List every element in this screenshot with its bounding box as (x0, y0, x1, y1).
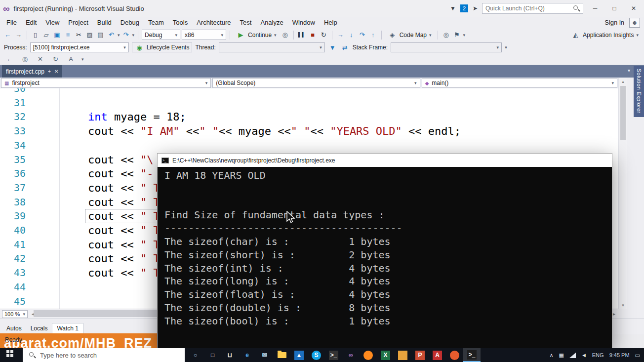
menu-build[interactable]: Build (93, 17, 116, 28)
step-over-icon[interactable]: ↷ (358, 32, 367, 38)
swap-threads-icon[interactable]: ⇄ (340, 44, 350, 51)
firefox-icon[interactable] (360, 348, 377, 362)
undo-icon[interactable]: ↶ (107, 32, 116, 38)
stop-icon[interactable]: ■ (308, 32, 318, 38)
menu-file[interactable]: File (2, 17, 21, 28)
store-icon[interactable]: ⊔ (221, 348, 239, 362)
menu-project[interactable]: Project (64, 17, 92, 28)
tab-firstproject-cpp[interactable]: firstproject.cpp + ✕ (2, 65, 62, 78)
menu-edit[interactable]: Edit (21, 17, 41, 28)
restore-button[interactable]: □ (607, 2, 622, 14)
close-small-icon[interactable]: ✕ (36, 56, 45, 62)
photos-icon[interactable]: ▲ (290, 348, 308, 362)
thread-combo[interactable]: ▾ (219, 42, 325, 52)
menu-tools[interactable]: Tools (168, 17, 192, 28)
save-all-icon[interactable]: ≡ (63, 32, 73, 38)
code-map-button[interactable]: ◈ Code Map ▾ (385, 30, 434, 40)
mail-icon[interactable]: ✉ (256, 348, 273, 362)
taskbar-search-box[interactable]: Type here to search (23, 348, 185, 362)
redo-dropdown-icon[interactable]: ▾ (132, 33, 135, 38)
copy-icon[interactable]: ▨ (85, 32, 94, 38)
menu-help[interactable]: Help (320, 17, 342, 28)
notification-badge[interactable]: 2 (460, 4, 468, 12)
refresh-icon[interactable]: ↻ (51, 56, 60, 62)
menu-team[interactable]: Team (144, 17, 168, 28)
menu-window[interactable]: Window (288, 17, 320, 28)
application-insights-button[interactable]: ◭ Application Insights ▾ (568, 30, 641, 40)
solution-platform-combo[interactable]: x86 ▾ (182, 30, 226, 40)
menu-debug[interactable]: Debug (116, 17, 144, 28)
task-view-icon[interactable]: □ (204, 348, 221, 362)
toolbar-overflow-icon[interactable]: ▾ (81, 57, 84, 62)
redo-icon[interactable]: ↷ (121, 32, 131, 38)
project-dropdown[interactable]: ▦ firstproject ▾ (1, 78, 211, 88)
terminal-icon[interactable]: >_ (325, 348, 342, 362)
cut-icon[interactable]: ✂ (74, 32, 83, 38)
snapshot-icon[interactable]: ◎ (281, 32, 290, 38)
stack-frame-combo[interactable]: ▾ (391, 42, 502, 52)
sign-in-link[interactable]: Sign in (604, 19, 629, 26)
diagnostics-icon[interactable]: ◎ (442, 32, 451, 38)
file-explorer-icon[interactable] (273, 348, 290, 362)
new-file-icon[interactable]: ▯ (31, 32, 40, 38)
cortana-icon[interactable]: ○ (187, 348, 204, 362)
console-app-icon[interactable]: >_ (463, 348, 481, 362)
clock[interactable]: 9:45 PM (609, 352, 630, 358)
touch-keyboard-icon[interactable]: ▦ (559, 352, 564, 359)
funnel-icon[interactable]: ▼ (450, 5, 456, 12)
volume-icon[interactable]: ◄ (581, 352, 587, 358)
watch-tab-autos[interactable]: Autos (2, 323, 26, 333)
bookmark-icon[interactable]: ⚑ (452, 32, 462, 38)
quick-launch-input[interactable] (485, 5, 570, 12)
menu-view[interactable]: View (41, 17, 64, 28)
notification-center-icon[interactable]: ▭ (635, 352, 640, 359)
skype-icon[interactable]: S (308, 348, 325, 362)
minimize-button[interactable]: ─ (588, 2, 603, 14)
toolbar-overflow-icon[interactable]: ▾ (505, 45, 507, 50)
open-file-icon[interactable]: ▱ (41, 32, 51, 38)
watch-tab-locals[interactable]: Locals (26, 323, 52, 333)
save-icon[interactable]: ▣ (52, 32, 62, 38)
zoom-dropdown[interactable]: 100 % ▾ (2, 310, 28, 318)
start-button[interactable] (0, 348, 23, 362)
adobe-icon[interactable]: A (429, 348, 446, 362)
menu-architecture[interactable]: Architecture (192, 17, 235, 28)
lifecycle-events-button[interactable]: ◉ Lifecycle Events (132, 42, 193, 52)
edge-icon[interactable]: e (239, 348, 256, 362)
menu-analyze[interactable]: Analyze (256, 17, 287, 28)
filter-icon[interactable]: ▼ (328, 44, 337, 51)
close-tab-icon[interactable]: ✕ (54, 69, 58, 74)
font-size-icon[interactable]: A (66, 56, 76, 62)
navigate-back-icon[interactable]: ← (3, 32, 12, 38)
continue-button[interactable]: ▶ Continue ▾ (234, 30, 279, 40)
avatar[interactable]: ☻ (629, 18, 640, 28)
vertical-scrollbar-thumb[interactable] (620, 86, 626, 140)
restart-icon[interactable]: ↻ (319, 32, 328, 38)
network-icon[interactable] (569, 353, 576, 358)
step-into-icon[interactable]: ↓ (347, 32, 356, 38)
line-number-gutter[interactable]: 30313233343536373839404142434445 (0, 88, 29, 309)
member-dropdown[interactable]: ◆ main() ▾ (422, 78, 617, 88)
solution-configuration-combo[interactable]: Debug ▾ (142, 30, 180, 40)
pause-icon[interactable]: ▌▌ (297, 33, 307, 37)
paste-icon[interactable]: ▤ (96, 32, 105, 38)
step-out-icon[interactable]: ↑ (368, 32, 378, 38)
target-icon[interactable]: ◎ (20, 56, 30, 62)
tray-expand-icon[interactable]: ∧ (549, 352, 553, 359)
office-icon[interactable] (394, 348, 411, 362)
close-button[interactable]: ✕ (626, 2, 641, 14)
watch-tab-watch-1[interactable]: Watch 1 (52, 323, 83, 334)
show-next-statement-icon[interactable]: → (336, 32, 345, 38)
scroll-up-icon[interactable]: ▴ (619, 79, 627, 84)
console-title-bar[interactable]: >_ E:\C++\NewClass\newqroup\firstproject… (158, 154, 612, 167)
pin-icon[interactable]: + (48, 69, 51, 74)
solution-explorer-side-tab[interactable]: Solution Explorer (634, 66, 644, 117)
tab-list-dropdown-icon[interactable]: ▾ (628, 68, 630, 73)
scroll-down-icon[interactable]: ▾ (619, 303, 627, 308)
navigate-back-small-icon[interactable]: ← (5, 56, 14, 62)
excel-icon[interactable]: X (377, 348, 394, 362)
scroll-right-icon[interactable]: ▸ (613, 311, 615, 317)
process-combo[interactable]: [5100] firstproject.exe ▾ (30, 42, 129, 52)
quick-launch-box[interactable] (482, 3, 583, 14)
bookmark-dropdown-icon[interactable]: ▾ (463, 33, 466, 38)
